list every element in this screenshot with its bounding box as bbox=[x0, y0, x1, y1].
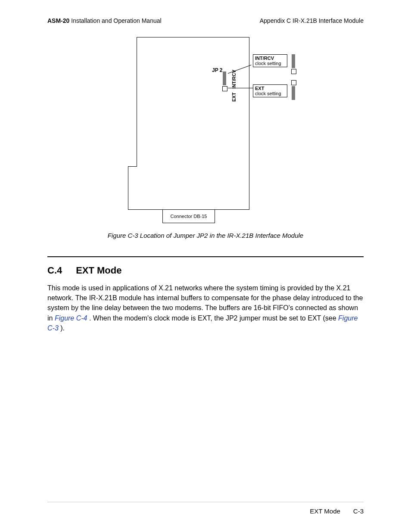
body-text-b: . When the modem's clock mode is EXT, th… bbox=[89, 314, 338, 322]
jp2-label: JP 2 bbox=[212, 67, 222, 73]
diagram-jp2: Connector DB-15 JP 2 INT/RCV EXT INT/RCV… bbox=[128, 37, 300, 227]
connector-label: Connector DB-15 bbox=[171, 214, 207, 219]
callout-sub: clock setting bbox=[255, 61, 281, 66]
callout2-jumper-icon bbox=[292, 86, 295, 100]
xref-figure-c4[interactable]: Figure C-4 bbox=[55, 314, 87, 322]
figure-c3: Connector DB-15 JP 2 INT/RCV EXT INT/RCV… bbox=[47, 37, 364, 239]
callout1-pad-icon bbox=[291, 69, 296, 74]
section-heading: C.4 EXT Mode bbox=[47, 265, 364, 276]
product-name: ASM-20 bbox=[47, 17, 69, 24]
callout2-pad-icon bbox=[291, 80, 296, 85]
section-title: EXT Mode bbox=[76, 265, 121, 276]
jumper-pad bbox=[222, 86, 227, 91]
callout-title: EXT bbox=[255, 86, 264, 91]
header-right: Appendix C IR-X.21B Interface Module bbox=[260, 17, 364, 24]
page-header: ASM-20 Installation and Operation Manual… bbox=[47, 17, 364, 24]
page-footer: EXT Mode C-3 bbox=[47, 502, 364, 515]
callout-ext: EXT clock setting bbox=[253, 84, 287, 97]
vtext-ext: EXT bbox=[231, 93, 237, 102]
doc-title: Installation and Operation Manual bbox=[71, 17, 161, 24]
footer-page: C-3 bbox=[353, 507, 364, 515]
callout1-jumper-icon bbox=[292, 54, 295, 68]
section-number: C.4 bbox=[47, 265, 73, 276]
pcb-outline-bottom bbox=[128, 166, 249, 210]
body-text-c: ). bbox=[60, 324, 65, 332]
pcb-outline-top bbox=[137, 37, 249, 167]
footer-section: EXT Mode bbox=[310, 507, 340, 515]
leader-line-2 bbox=[228, 88, 253, 88]
header-left: ASM-20 Installation and Operation Manual bbox=[47, 17, 162, 24]
section-body: This mode is used in applications of X.2… bbox=[47, 283, 364, 333]
vtext-int-rcv: INT/RCV bbox=[231, 70, 237, 89]
callout-sub: clock setting bbox=[255, 91, 281, 96]
callout-title: INT/RCV bbox=[255, 56, 274, 61]
jumper-jp2 bbox=[223, 72, 226, 85]
callout-int-rcv: INT/RCV clock setting bbox=[253, 54, 287, 67]
connector-db15: Connector DB-15 bbox=[162, 209, 215, 223]
section-rule bbox=[47, 256, 364, 257]
figure-caption: Figure C-3 Location of Jumper JP2 in the… bbox=[108, 232, 303, 239]
